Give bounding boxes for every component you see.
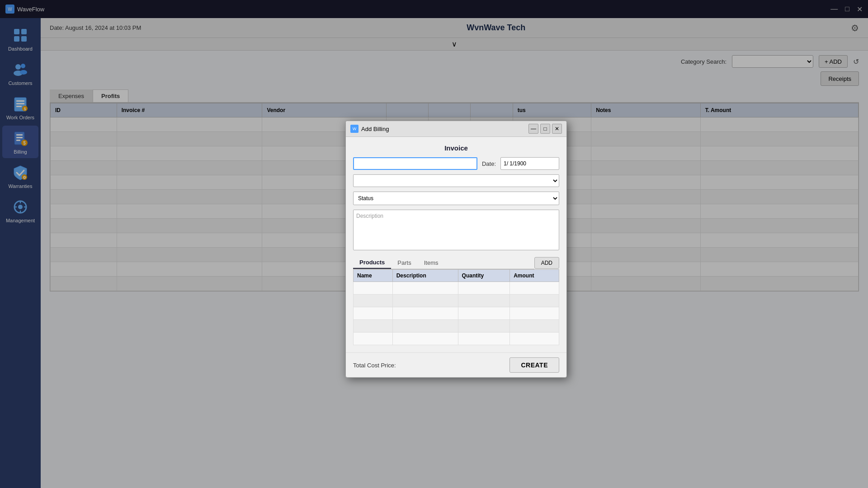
col-quantity: Quantity [458,269,510,282]
col-amount: Amount [510,269,559,282]
tab-products[interactable]: Products [353,257,391,269]
status-select[interactable]: Status Active Inactive Pending [353,192,559,205]
inner-tabs-row: Products Parts Items ADD [353,257,559,269]
dialog-window-controls: — □ ✕ [528,124,562,134]
table-row [354,332,393,345]
dialog-titlebar: W Add Billing — □ ✕ [346,121,566,137]
table-row [354,319,393,332]
description-textarea[interactable] [353,210,559,250]
dialog-title: W Add Billing [350,125,389,133]
table-row [354,282,393,294]
dialog-app-icon: W [350,125,359,133]
invoice-label: Invoice [353,144,559,152]
table-row [354,307,393,319]
dialog-footer: Total Cost Price: CREATE [346,352,566,377]
products-table-body [354,282,559,345]
create-button[interactable]: CREATE [509,357,559,373]
dialog-close-button[interactable]: ✕ [552,124,562,134]
col-name: Name [354,269,393,282]
dialog-minimize-button[interactable]: — [528,124,538,134]
add-item-button[interactable]: ADD [534,257,559,269]
invoice-number-input[interactable] [353,157,477,170]
dialog-body: Invoice Date: Status Active Inactive Pen… [346,137,566,352]
inner-tabs: Products Parts Items [353,257,534,269]
vendor-select[interactable] [353,174,559,187]
add-billing-dialog: W Add Billing — □ ✕ Invoice Date: Status… [345,121,567,378]
vendor-row [353,174,559,187]
invoice-number-row: Date: [353,157,559,170]
dialog-maximize-button[interactable]: □ [540,124,550,134]
table-row [354,294,393,307]
total-cost-label: Total Cost Price: [353,361,396,368]
tab-parts[interactable]: Parts [391,257,417,269]
tab-items[interactable]: Items [418,257,445,269]
products-table: Name Description Quantity Amount [353,269,559,345]
date-label: Date: [482,160,496,167]
date-input[interactable] [500,157,559,170]
col-description: Description [392,269,458,282]
